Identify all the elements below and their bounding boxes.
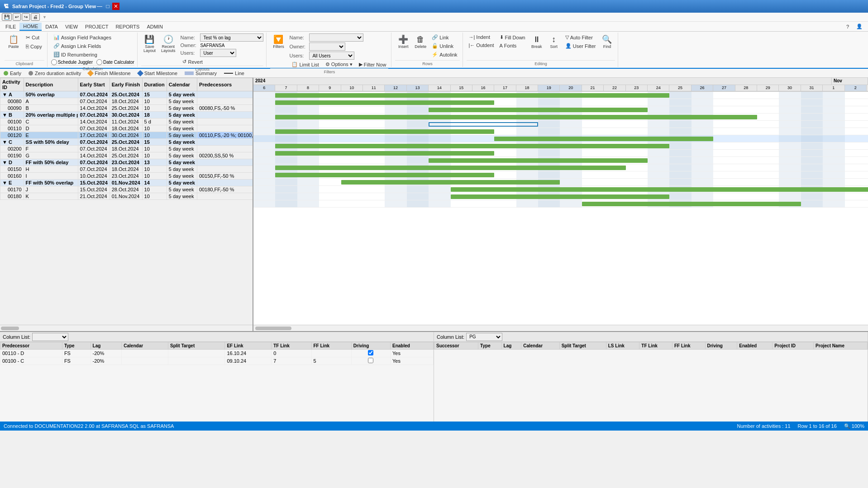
table-row[interactable]: ▼D FF with 50% delay 07.Oct.2024 23.Oct.… (0, 159, 253, 166)
maximize-button[interactable]: □ (104, 3, 111, 10)
layout-users-select[interactable]: User (200, 49, 236, 57)
filter-owner-select[interactable] (309, 43, 345, 51)
unlink-button[interactable]: 🔓 Unlink (429, 42, 459, 50)
paste-button[interactable]: 📋 Paste (5, 33, 23, 50)
bottom-right-scroll[interactable]: Successor Type Lag Calendar Split Target… (434, 342, 868, 422)
table-row[interactable]: ▼A 50% overlap 07.Oct.2024 25.Oct.2024 1… (0, 91, 253, 98)
menu-view[interactable]: VIEW (62, 23, 81, 30)
bottom-left-col-list-select[interactable] (32, 333, 68, 341)
menu-data[interactable]: DATA (42, 23, 62, 30)
menu-home[interactable]: HOME (19, 23, 42, 31)
find-button[interactable]: 🔍 Find (599, 33, 615, 50)
save-layout-button[interactable]: 💾 SaveLayout (141, 33, 158, 55)
driving-checkbox[interactable] (368, 350, 373, 355)
table-row[interactable]: 00170 J 15.Oct.2024 28.Oct.2024 10 5 day… (0, 186, 253, 193)
cell-predecessors (197, 180, 253, 186)
undo-qbtn[interactable]: ↩ (13, 13, 21, 21)
gantt-hscrollbar[interactable] (253, 325, 868, 331)
menu-project[interactable]: PROJECT (81, 23, 112, 30)
user-button[interactable]: 👤 (853, 23, 866, 30)
table-row[interactable]: 00100 C 14.Oct.2024 11.Oct.2024 5 d 5 da… (0, 118, 253, 125)
table-row[interactable]: ▼E FF with 50% overlap 15.Oct.2024 01.No… (0, 180, 253, 186)
menu-file[interactable]: FILE (2, 23, 19, 30)
filter-name-select[interactable] (309, 33, 363, 42)
print-qbtn[interactable]: 🖨 (31, 13, 40, 21)
expand-icon[interactable]: ▼ (2, 180, 7, 185)
table-row[interactable]: ▼C SS with 50% delay 07.Oct.2024 25.Oct.… (0, 139, 253, 146)
table-row[interactable]: 00080 A 07.Oct.2024 18.Oct.2024 10 5 day… (0, 98, 253, 105)
revert-button[interactable]: ↺ Revert (180, 58, 263, 66)
expand-icon[interactable]: ▼ (2, 139, 7, 145)
grid-hscrollbar[interactable] (0, 325, 253, 331)
date-calculator-radio[interactable]: Date Calculator (96, 59, 134, 65)
fonts-button[interactable]: A Fonts (497, 42, 528, 49)
help-button[interactable]: ? (843, 23, 853, 30)
layout-name-select[interactable]: Test % on lag (200, 33, 263, 42)
gantt-weekend-shade (407, 193, 451, 200)
minimize-button[interactable]: — (96, 3, 103, 10)
bl-driving[interactable] (351, 350, 390, 357)
filter-options-button[interactable]: ⚙ Options ▾ (323, 61, 355, 68)
id-renumbering-button[interactable]: 🔢 ID Renumbering (51, 51, 100, 58)
filter-users-select[interactable]: All Users (309, 52, 354, 60)
insert-button[interactable]: ➕ Insert (395, 33, 411, 50)
grid-scroll[interactable]: Activity ID Description Early Start Earl… (0, 78, 253, 325)
expand-icon[interactable]: ▼ (2, 92, 7, 97)
bl-driving[interactable] (351, 357, 390, 365)
user-filter-button[interactable]: 👤 User Filter (563, 42, 598, 50)
close-button[interactable]: ✕ (112, 3, 119, 10)
break-button[interactable]: ⏸ Break (529, 33, 545, 50)
auto-filter-button[interactable]: ▽ Auto Filter (563, 33, 598, 41)
cell-activity-id: 00080 (0, 98, 24, 105)
link-button[interactable]: 🔗 Link (429, 33, 459, 41)
delete-button[interactable]: 🗑 Delete (412, 33, 429, 50)
assign-link-fields-button[interactable]: 🔗 Assign Link Fields (51, 42, 104, 50)
limit-list-button[interactable]: 📋 Limit List (289, 61, 321, 68)
gantt-body[interactable] (253, 92, 868, 325)
table-row[interactable]: 00090 B 14.Oct.2024 25.Oct.2024 10 5 day… (0, 105, 253, 112)
indent-button[interactable]: →| Indent (467, 33, 496, 41)
filters-main-button[interactable]: 🔽 Filters (270, 33, 286, 50)
cut-button[interactable]: ✂ Cut (24, 33, 44, 42)
sort-button[interactable]: ↕ Sort (546, 33, 562, 50)
filter-now-button[interactable]: ▶ Filter Now (357, 61, 389, 68)
fill-down-button[interactable]: ⬇ Fill Down (497, 33, 528, 41)
save-qbtn[interactable]: 💾 (2, 13, 12, 21)
gantt-weekend-shade (801, 92, 845, 99)
gantt-scroll-thumb[interactable] (255, 327, 291, 330)
table-row[interactable]: 00190 G 14.Oct.2024 25.Oct.2024 10 5 day… (0, 152, 253, 159)
expand-icon[interactable]: ▼ (2, 160, 7, 165)
outdent-button[interactable]: |← Outdent (467, 42, 496, 49)
assign-field-packages-button[interactable]: 📊 Assign Field Packages (51, 33, 114, 41)
table-row[interactable]: 00120 E 17.Oct.2024 30.Oct.2024 10 5 day… (0, 132, 253, 139)
bl-ff: 5 (311, 357, 351, 365)
recent-layouts-button[interactable]: 🕐 RecentLayouts (159, 33, 178, 55)
schedule-juggler-input[interactable] (51, 59, 57, 65)
schedule-juggler-radio[interactable]: Schedule Juggler (51, 59, 93, 65)
driving-checkbox[interactable] (368, 358, 373, 363)
date-calculator-input[interactable] (96, 59, 102, 65)
cell-predecessors (197, 139, 253, 146)
expand-icon[interactable]: ▼ (2, 112, 7, 118)
table-row[interactable]: 00150 H 07.Oct.2024 18.Oct.2024 10 5 day… (0, 166, 253, 173)
table-row[interactable]: 00110 D 07.Oct.2024 18.Oct.2024 10 5 day… (0, 125, 253, 132)
bottom-left-row[interactable]: 00110 - D FS -20% 16.10.24 0 Yes (0, 350, 434, 357)
gantt-weekend-shade (669, 121, 713, 128)
cell-duration: 10 (142, 186, 167, 193)
autolink-button[interactable]: ⚡ Autolink (429, 51, 459, 58)
bottom-left-scroll[interactable]: Predecessor Type Lag Calendar Split Targ… (0, 342, 434, 422)
copy-button[interactable]: ⎘ Copy (24, 43, 44, 51)
grid-scroll-thumb[interactable] (1, 327, 19, 330)
brh-driving: Driving (705, 342, 737, 350)
table-row[interactable]: 00180 K 21.Oct.2024 01.Nov.2024 10 5 day… (0, 193, 253, 200)
table-row[interactable]: 00200 F 07.Oct.2024 18.Oct.2024 10 5 day… (0, 146, 253, 152)
menu-admin[interactable]: ADMIN (143, 23, 166, 30)
gantt-weekend-shade (253, 157, 297, 164)
redo-qbtn[interactable]: ↪ (22, 13, 30, 21)
cell-duration: 14 (142, 180, 167, 186)
bottom-left-row[interactable]: 00100 - C FS -20% 09.10.24 7 5 Yes (0, 357, 434, 365)
bottom-right-col-list-select[interactable]: PG (466, 333, 502, 341)
menu-reports[interactable]: REPORTS (112, 23, 143, 30)
table-row[interactable]: 00160 I 10.Oct.2024 23.Oct.2024 10 5 day… (0, 173, 253, 180)
table-row[interactable]: ▼B 20% overlap multiple predecessors 07.… (0, 112, 253, 118)
